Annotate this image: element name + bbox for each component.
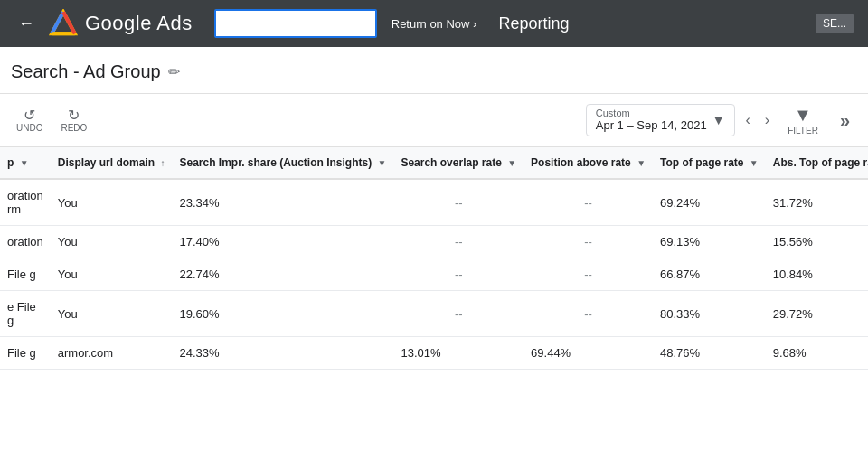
table-cell: --: [393, 179, 524, 226]
col-header-overlap[interactable]: Search overlap rate ▼: [393, 147, 524, 179]
col-position-sort-icon: ▼: [637, 158, 646, 168]
table-cell: You: [51, 291, 173, 337]
col-display-label: Display url domain: [58, 156, 155, 169]
col-toppage-label: Top of page rate: [660, 156, 743, 169]
redo-icon: ↻: [68, 108, 80, 123]
date-custom-label: Custom: [596, 108, 707, 118]
table-cell: --: [393, 258, 524, 291]
toolbar: ↺ UNDO ↻ REDO Custom Apr 1 – Sep 14, 202…: [0, 94, 868, 147]
table-cell: 66.87%: [653, 258, 766, 291]
undo-icon: ↺: [24, 108, 35, 123]
table-cell: 13.01%: [393, 337, 524, 370]
date-selector[interactable]: Custom Apr 1 – Sep 14, 2021 ▼: [586, 104, 735, 136]
table-cell: You: [51, 258, 173, 291]
header: ← Google Ads Return on Now › Reporting S…: [0, 0, 868, 47]
page-title-bar: Search - Ad Group ✏: [0, 47, 868, 94]
date-dropdown-icon: ▼: [712, 113, 725, 127]
table-header: p ▼ Display url domain ↑ Search Impr. sh…: [0, 147, 868, 179]
table-cell: oration rm: [0, 179, 51, 226]
more-button[interactable]: »: [833, 107, 857, 135]
search-box[interactable]: [214, 9, 377, 38]
table-cell: 69.13%: [653, 226, 766, 258]
col-header-impr[interactable]: Search Impr. share (Auction Insights) ▼: [172, 147, 393, 179]
logo: Google Ads: [49, 9, 193, 38]
date-prev-button[interactable]: ‹: [742, 110, 754, 130]
table-cell: --: [393, 291, 524, 337]
table-cell: 17.40%: [172, 226, 393, 258]
col-position-label: Position above rate: [531, 156, 631, 169]
col-header-position[interactable]: Position above rate ▼: [524, 147, 653, 179]
col-header-display[interactable]: Display url domain ↑: [51, 147, 173, 179]
app-name: Google Ads: [85, 12, 193, 35]
table-body: oration rmYou23.34%----69.24%31.72%--ora…: [0, 179, 868, 370]
table-cell: 69.24%: [653, 179, 766, 226]
table-cell: 9.68%: [766, 337, 868, 370]
table-cell: File g: [0, 337, 51, 370]
table-row: File garmor.com24.33%13.01%69.44%48.76%9…: [0, 337, 868, 370]
table-cell: armor.com: [51, 337, 173, 370]
col-header-group[interactable]: p ▼: [0, 147, 51, 179]
reporting-label: Reporting: [498, 14, 569, 33]
table-row: orationYou17.40%----69.13%15.56%--: [0, 226, 868, 258]
svg-line-4: [63, 12, 75, 33]
col-toppage-sort-icon: ▼: [750, 158, 759, 168]
table-cell: e File g: [0, 291, 51, 337]
table-cell: --: [524, 291, 653, 337]
back-button[interactable]: ←: [14, 11, 38, 37]
search-indicator: SE...: [816, 14, 854, 33]
undo-button[interactable]: ↺ UNDO: [11, 105, 48, 136]
col-header-abstop[interactable]: Abs. Top of page rate ▼: [766, 147, 868, 179]
table-row: e File gYou19.60%----80.33%29.72%--: [0, 291, 868, 337]
col-overlap-label: Search overlap rate: [401, 156, 501, 169]
table-cell: File g: [0, 258, 51, 291]
col-header-toppage[interactable]: Top of page rate ▼: [653, 147, 766, 179]
edit-icon[interactable]: ✏: [168, 63, 180, 80]
date-range-label: Apr 1 – Sep 14, 2021: [596, 118, 707, 132]
table-row: oration rmYou23.34%----69.24%31.72%--: [0, 179, 868, 226]
table-container: p ▼ Display url domain ↑ Search Impr. sh…: [0, 147, 868, 370]
return-on-now-button[interactable]: Return on Now ›: [392, 17, 477, 31]
svg-line-2: [52, 12, 63, 33]
redo-button[interactable]: ↻ REDO: [55, 105, 92, 136]
table-cell: 31.72%: [766, 179, 868, 226]
col-impr-label: Search Impr. share (Auction Insights): [179, 156, 372, 169]
col-impr-sort-icon: ▼: [378, 158, 387, 168]
page-title: Search - Ad Group: [11, 61, 161, 82]
table-cell: --: [393, 226, 524, 258]
date-next-button[interactable]: ›: [761, 110, 773, 130]
col-abstop-label: Abs. Top of page rate: [773, 156, 868, 169]
table-cell: --: [524, 179, 653, 226]
table-cell: 15.56%: [766, 226, 868, 258]
col-overlap-sort-icon: ▼: [507, 158, 516, 168]
filter-icon: ▼: [794, 105, 812, 126]
col-group-label: p: [7, 156, 14, 169]
table-cell: 48.76%: [653, 337, 766, 370]
table-cell: --: [524, 226, 653, 258]
table-cell: You: [51, 226, 173, 258]
table-cell: 80.33%: [653, 291, 766, 337]
table-cell: 69.44%: [524, 337, 653, 370]
table-cell: 22.74%: [172, 258, 393, 291]
table-cell: --: [524, 258, 653, 291]
table-cell: 19.60%: [172, 291, 393, 337]
table-cell: 23.34%: [172, 179, 393, 226]
auction-insights-table: p ▼ Display url domain ↑ Search Impr. sh…: [0, 147, 868, 370]
table-cell: You: [51, 179, 173, 226]
col-group-sort-icon: ▼: [20, 158, 29, 168]
search-input[interactable]: [223, 17, 368, 31]
table-cell: oration: [0, 226, 51, 258]
filter-button[interactable]: ▼ FILTER: [780, 101, 826, 139]
table-cell: 24.33%: [172, 337, 393, 370]
table-cell: 29.72%: [766, 291, 868, 337]
table-row: File gYou22.74%----66.87%10.84%--: [0, 258, 868, 291]
col-display-sort-icon: ↑: [160, 158, 165, 168]
table-cell: 10.84%: [766, 258, 868, 291]
google-ads-logo-icon: [49, 9, 78, 38]
